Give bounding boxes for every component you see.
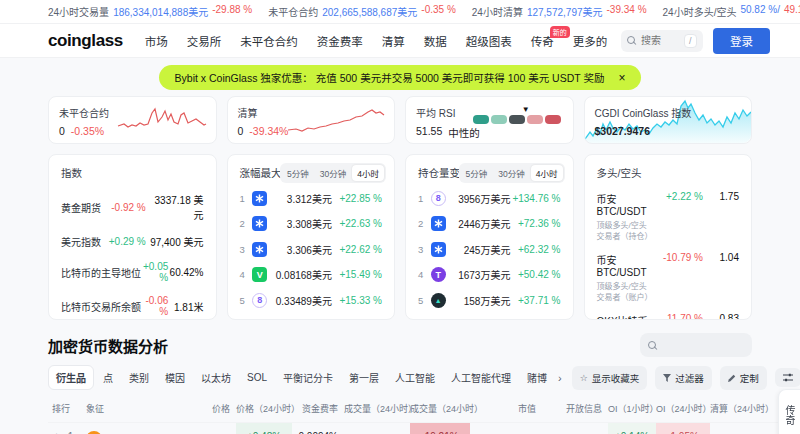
tab-spot[interactable]: 点 <box>96 366 120 389</box>
omni-token-icon <box>431 216 446 231</box>
nav-item-liquidation[interactable]: 清算 <box>382 33 405 49</box>
chevron-right-icon[interactable]: › <box>556 372 564 384</box>
index-card: 指数 黄金期货 -0.92 % 3337.18 美元 美元指数 +0.29 % … <box>48 154 217 320</box>
coinglass-logo[interactable]: coinglass <box>48 31 123 51</box>
average-rsi-card[interactable]: 平均 RSI 51.55 中性的 ▼ <box>405 96 574 144</box>
category-tabs: 衍生品 点 类别 模因 以太坊 SOL 平衡记分卡 第一层 人工智能 人工智能代… <box>48 365 564 390</box>
nav-item-supercharts[interactable]: 超级图表 <box>466 33 512 49</box>
tab-meme[interactable]: 模因 <box>158 366 192 389</box>
rsi-gauge-marker: ▼ <box>473 105 561 113</box>
tab-bsc[interactable]: 平衡记分卡 <box>276 366 340 389</box>
search-icon <box>627 36 636 45</box>
filter-button[interactable]: 过滤器 <box>655 366 712 390</box>
index-row-btc-exchange-balance[interactable]: 比特币交易所余额 -0.06 % 1.81米 <box>61 295 204 317</box>
list-item[interactable]: 2 奥米尼 2446万美元 +72.36 % <box>418 216 561 231</box>
list-item[interactable]: 2 OMNI1 3.308美元 +22.63 % <box>240 216 383 231</box>
tab-4h[interactable]: 4小时 <box>352 165 384 181</box>
slash-shortcut-key: / <box>684 34 697 48</box>
glm-token-icon: 8 <box>431 191 446 206</box>
tab-derivatives[interactable]: 衍生品 <box>48 365 94 390</box>
omni-token-icon <box>252 242 267 257</box>
nav-item-funding-rate[interactable]: 资金费率 <box>317 33 363 49</box>
omni-token-icon <box>431 242 446 257</box>
tab-4h[interactable]: 4小时 <box>531 165 563 181</box>
index-row-dxy[interactable]: 美元指数 +0.29 % 97,400 美元 <box>61 234 204 249</box>
open-interest-card[interactable]: 未平仓合约 0 -0.35% <box>48 96 217 144</box>
tab-categories[interactable]: 类别 <box>122 366 156 389</box>
rsi-gauge <box>473 115 561 124</box>
liquidation-card[interactable]: 清算 0 -39.34% <box>227 96 396 144</box>
search-input[interactable] <box>641 35 679 46</box>
nav-item-data[interactable]: 数据 <box>424 33 447 49</box>
long-short-row[interactable]: 币安BTC/USDT 顶级多头/空头交易者（账户） -10.79 % 1.04 <box>597 252 740 302</box>
pencil-icon <box>728 374 736 382</box>
tab-layer1[interactable]: 第一层 <box>342 366 386 389</box>
nav-item-open-interest[interactable]: 未平仓合约 <box>240 33 298 49</box>
customize-button[interactable]: 定制 <box>720 366 767 390</box>
nav-item-more[interactable]: 更多的 <box>573 33 608 49</box>
gainers-interval-tabs: 5分钟 30分钟 4小时 <box>280 163 386 183</box>
oi-change-interval-tabs: 5分钟 30分钟 4小时 <box>459 163 565 183</box>
index-row-btc-dominance[interactable]: 比特币的主导地位 +0.05 % 60.42% <box>61 261 204 283</box>
funnel-icon <box>663 374 671 382</box>
login-button[interactable]: 登录 <box>713 28 770 54</box>
side-tab-legend[interactable]: 传奇 <box>778 389 800 434</box>
star-icon: ☆ <box>580 373 588 383</box>
cgdi-index-card[interactable]: CGDI CoinGlass 指数 $3027.9476 <box>584 96 753 144</box>
open-interest-sparkline <box>116 104 208 138</box>
tab-ethereum[interactable]: 以太坊 <box>194 366 238 389</box>
column-settings-button[interactable] <box>775 368 800 387</box>
search-icon <box>648 341 657 350</box>
stat-24h-liquidation: 24小时清算 127,572,797美元 -39.34 % <box>472 4 647 19</box>
stat-open-interest: 未平仓合约 202,665,588,687美元 -0.35 % <box>268 4 456 19</box>
tab-ai-agents[interactable]: 人工智能代理 <box>444 366 518 389</box>
oi-change-card: 持仓量变化(%) ▾ 5分钟 30分钟 4小时 1 8 广义线性模型 3956万… <box>405 154 574 320</box>
list-item[interactable]: 1 8 广义线性模型 3956万美元 +134.76 % <box>418 191 561 206</box>
nav-item-legend[interactable]: 传奇 新的 <box>531 33 554 49</box>
tab-30min[interactable]: 30分钟 <box>493 165 529 181</box>
list-item[interactable]: 5 8 广义线性模型 0.33489美元 +15.33 % <box>240 293 383 308</box>
sliders-icon <box>783 373 793 382</box>
glm-token-icon: 8 <box>252 293 267 308</box>
index-row-gold[interactable]: 黄金期货 -0.92 % 3337.18 美元 <box>61 192 204 222</box>
main-nav: coinglass 市场 交易所 未平仓合约 资金费率 清算 数据 超级图表 传… <box>0 24 800 58</box>
coin-search[interactable] <box>640 333 752 357</box>
list-item[interactable]: 3 OMNI1 245万美元 +62.32 % <box>418 242 561 257</box>
nav-search[interactable]: / <box>621 30 703 52</box>
long-short-card: 多头/空头 币安BTC/USDT 顶级多头/空头交易者（持仓） +2.22 % … <box>584 154 753 320</box>
list-item[interactable]: 4 T T 1673万美元 +50.42 % <box>418 267 561 282</box>
tab-sol[interactable]: SOL <box>240 368 274 387</box>
table-header-row: 排行 象征 价格 价格（24小时） 资金费率 成交量（24小时） 成交量（24小… <box>48 397 780 422</box>
stat-24h-volume: 24小时交易量 186,334,014,888美元 -29.88 % <box>48 4 252 19</box>
banner-close-icon[interactable]: × <box>618 71 625 85</box>
nav-item-exchanges[interactable]: 交易所 <box>187 33 222 49</box>
new-badge: 新的 <box>550 26 570 38</box>
top-gainers-card: 涨幅最大的股票 ▾ 5分钟 30分钟 4小时 1 OMNINETWO 3.312… <box>227 154 396 320</box>
tab-gambling[interactable]: 赌博 <box>520 366 554 389</box>
promo-banner[interactable]: Bybit x CoinGlass 独家优惠： 充值 500 美元并交易 500… <box>159 65 642 90</box>
omni-token-icon <box>252 191 267 206</box>
table-row[interactable]: ☆ 1 ₿ 比特币 118195.9美元 +0.48% 0.0094% 322.… <box>48 422 780 434</box>
long-short-row[interactable]: 币安BTC/USDT 顶级多头/空头交易者（持仓） +2.22 % 1.75 <box>597 191 740 241</box>
stat-24h-long-short: 24小时多头/空头 50.82 %/ 49.18 % <box>663 4 800 19</box>
tab-5min[interactable]: 5分钟 <box>461 165 493 181</box>
tab-5min[interactable]: 5分钟 <box>282 165 314 181</box>
show-favorites-button[interactable]: ☆ 显示收藏夹 <box>572 366 648 390</box>
nav-item-market[interactable]: 市场 <box>145 33 168 49</box>
long-short-row[interactable]: OKX比特币 多头/空头（账户） -11.70 % 0.83 <box>597 313 740 320</box>
tab-30min[interactable]: 30分钟 <box>315 165 351 181</box>
list-item[interactable]: 4 V 藤 0.08168美元 +15.49 % <box>240 267 383 282</box>
page-title: 加密货币数据分析 <box>48 335 168 356</box>
top-stats-bar: 24小时交易量 186,334,014,888美元 -29.88 % 未平仓合约… <box>0 0 800 24</box>
vine-token-icon: V <box>252 267 267 282</box>
list-item[interactable]: 3 奥米尼 3.306美元 +22.62 % <box>240 242 383 257</box>
list-item[interactable]: 5 ▲ 导航指令 158万美元 +37.71 % <box>418 293 561 308</box>
coins-table: 排行 象征 价格 价格（24小时） 资金费率 成交量（24小时） 成交量（24小… <box>48 397 780 434</box>
omni-token-icon <box>252 216 267 231</box>
liquidation-sparkline <box>286 104 386 138</box>
tab-ai[interactable]: 人工智能 <box>388 366 442 389</box>
navix-token-icon: ▲ <box>431 293 446 308</box>
t-token-icon: T <box>431 267 446 282</box>
list-item[interactable]: 1 OMNINETWO 3.312美元 +22.85 % <box>240 191 383 206</box>
